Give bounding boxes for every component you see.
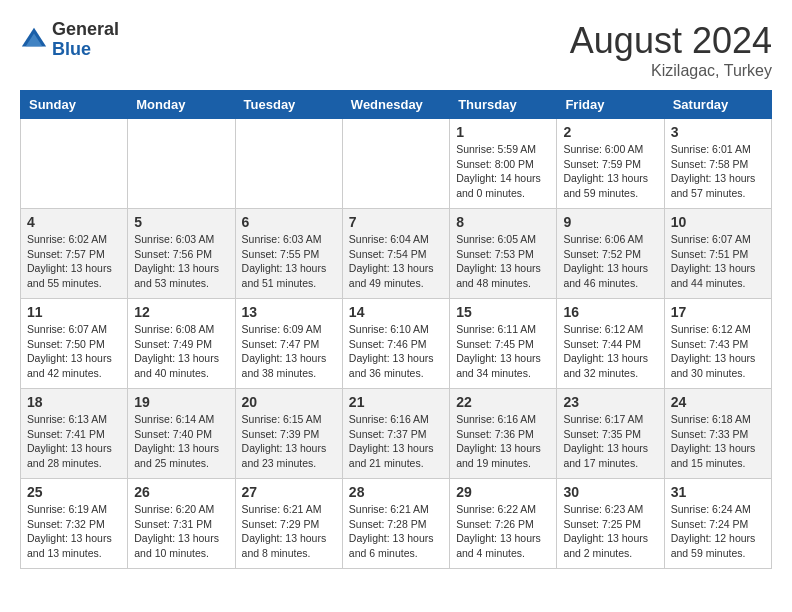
calendar-week-3: 11Sunrise: 6:07 AM Sunset: 7:50 PM Dayli… xyxy=(21,299,772,389)
calendar-day: 31Sunrise: 6:24 AM Sunset: 7:24 PM Dayli… xyxy=(664,479,771,569)
day-number: 10 xyxy=(671,214,765,230)
day-number: 16 xyxy=(563,304,657,320)
calendar-day: 12Sunrise: 6:08 AM Sunset: 7:49 PM Dayli… xyxy=(128,299,235,389)
col-friday: Friday xyxy=(557,91,664,119)
calendar-day xyxy=(128,119,235,209)
day-number: 18 xyxy=(27,394,121,410)
calendar: Sunday Monday Tuesday Wednesday Thursday… xyxy=(20,90,772,569)
calendar-day: 10Sunrise: 6:07 AM Sunset: 7:51 PM Dayli… xyxy=(664,209,771,299)
calendar-day: 26Sunrise: 6:20 AM Sunset: 7:31 PM Dayli… xyxy=(128,479,235,569)
day-number: 31 xyxy=(671,484,765,500)
day-number: 19 xyxy=(134,394,228,410)
calendar-day: 13Sunrise: 6:09 AM Sunset: 7:47 PM Dayli… xyxy=(235,299,342,389)
month-year: August 2024 xyxy=(570,20,772,62)
day-number: 9 xyxy=(563,214,657,230)
calendar-day: 6Sunrise: 6:03 AM Sunset: 7:55 PM Daylig… xyxy=(235,209,342,299)
day-info: Sunrise: 6:03 AM Sunset: 7:55 PM Dayligh… xyxy=(242,232,336,291)
day-number: 23 xyxy=(563,394,657,410)
calendar-week-4: 18Sunrise: 6:13 AM Sunset: 7:41 PM Dayli… xyxy=(21,389,772,479)
logo-icon xyxy=(20,26,48,54)
day-number: 1 xyxy=(456,124,550,140)
day-number: 24 xyxy=(671,394,765,410)
calendar-day: 8Sunrise: 6:05 AM Sunset: 7:53 PM Daylig… xyxy=(450,209,557,299)
calendar-day: 1Sunrise: 5:59 AM Sunset: 8:00 PM Daylig… xyxy=(450,119,557,209)
calendar-day: 14Sunrise: 6:10 AM Sunset: 7:46 PM Dayli… xyxy=(342,299,449,389)
day-info: Sunrise: 6:14 AM Sunset: 7:40 PM Dayligh… xyxy=(134,412,228,471)
day-info: Sunrise: 6:18 AM Sunset: 7:33 PM Dayligh… xyxy=(671,412,765,471)
day-info: Sunrise: 6:15 AM Sunset: 7:39 PM Dayligh… xyxy=(242,412,336,471)
col-tuesday: Tuesday xyxy=(235,91,342,119)
calendar-day: 15Sunrise: 6:11 AM Sunset: 7:45 PM Dayli… xyxy=(450,299,557,389)
day-info: Sunrise: 5:59 AM Sunset: 8:00 PM Dayligh… xyxy=(456,142,550,201)
day-info: Sunrise: 6:17 AM Sunset: 7:35 PM Dayligh… xyxy=(563,412,657,471)
day-info: Sunrise: 6:24 AM Sunset: 7:24 PM Dayligh… xyxy=(671,502,765,561)
calendar-week-1: 1Sunrise: 5:59 AM Sunset: 8:00 PM Daylig… xyxy=(21,119,772,209)
calendar-day: 17Sunrise: 6:12 AM Sunset: 7:43 PM Dayli… xyxy=(664,299,771,389)
day-info: Sunrise: 6:16 AM Sunset: 7:37 PM Dayligh… xyxy=(349,412,443,471)
calendar-day: 21Sunrise: 6:16 AM Sunset: 7:37 PM Dayli… xyxy=(342,389,449,479)
calendar-day: 2Sunrise: 6:00 AM Sunset: 7:59 PM Daylig… xyxy=(557,119,664,209)
calendar-day: 24Sunrise: 6:18 AM Sunset: 7:33 PM Dayli… xyxy=(664,389,771,479)
day-number: 11 xyxy=(27,304,121,320)
calendar-day xyxy=(21,119,128,209)
calendar-day: 27Sunrise: 6:21 AM Sunset: 7:29 PM Dayli… xyxy=(235,479,342,569)
day-info: Sunrise: 6:21 AM Sunset: 7:28 PM Dayligh… xyxy=(349,502,443,561)
calendar-day xyxy=(342,119,449,209)
col-sunday: Sunday xyxy=(21,91,128,119)
day-number: 26 xyxy=(134,484,228,500)
day-number: 29 xyxy=(456,484,550,500)
calendar-day: 29Sunrise: 6:22 AM Sunset: 7:26 PM Dayli… xyxy=(450,479,557,569)
day-number: 12 xyxy=(134,304,228,320)
calendar-day: 11Sunrise: 6:07 AM Sunset: 7:50 PM Dayli… xyxy=(21,299,128,389)
day-number: 6 xyxy=(242,214,336,230)
header: General Blue August 2024 Kizilagac, Turk… xyxy=(20,20,772,80)
day-number: 7 xyxy=(349,214,443,230)
calendar-day: 19Sunrise: 6:14 AM Sunset: 7:40 PM Dayli… xyxy=(128,389,235,479)
day-number: 15 xyxy=(456,304,550,320)
day-number: 21 xyxy=(349,394,443,410)
logo: General Blue xyxy=(20,20,119,60)
day-info: Sunrise: 6:13 AM Sunset: 7:41 PM Dayligh… xyxy=(27,412,121,471)
day-number: 25 xyxy=(27,484,121,500)
page-container: General Blue August 2024 Kizilagac, Turk… xyxy=(20,20,772,569)
day-number: 30 xyxy=(563,484,657,500)
logo-general: General xyxy=(52,20,119,40)
day-info: Sunrise: 6:21 AM Sunset: 7:29 PM Dayligh… xyxy=(242,502,336,561)
col-saturday: Saturday xyxy=(664,91,771,119)
logo-text: General Blue xyxy=(52,20,119,60)
calendar-day: 20Sunrise: 6:15 AM Sunset: 7:39 PM Dayli… xyxy=(235,389,342,479)
calendar-day: 7Sunrise: 6:04 AM Sunset: 7:54 PM Daylig… xyxy=(342,209,449,299)
calendar-day: 18Sunrise: 6:13 AM Sunset: 7:41 PM Dayli… xyxy=(21,389,128,479)
day-info: Sunrise: 6:03 AM Sunset: 7:56 PM Dayligh… xyxy=(134,232,228,291)
day-number: 2 xyxy=(563,124,657,140)
day-number: 8 xyxy=(456,214,550,230)
day-number: 28 xyxy=(349,484,443,500)
calendar-day: 16Sunrise: 6:12 AM Sunset: 7:44 PM Dayli… xyxy=(557,299,664,389)
day-number: 14 xyxy=(349,304,443,320)
day-info: Sunrise: 6:10 AM Sunset: 7:46 PM Dayligh… xyxy=(349,322,443,381)
day-info: Sunrise: 6:02 AM Sunset: 7:57 PM Dayligh… xyxy=(27,232,121,291)
day-info: Sunrise: 6:09 AM Sunset: 7:47 PM Dayligh… xyxy=(242,322,336,381)
day-info: Sunrise: 6:01 AM Sunset: 7:58 PM Dayligh… xyxy=(671,142,765,201)
calendar-week-5: 25Sunrise: 6:19 AM Sunset: 7:32 PM Dayli… xyxy=(21,479,772,569)
day-number: 27 xyxy=(242,484,336,500)
day-number: 4 xyxy=(27,214,121,230)
calendar-day: 23Sunrise: 6:17 AM Sunset: 7:35 PM Dayli… xyxy=(557,389,664,479)
day-info: Sunrise: 6:07 AM Sunset: 7:51 PM Dayligh… xyxy=(671,232,765,291)
day-number: 3 xyxy=(671,124,765,140)
day-info: Sunrise: 6:04 AM Sunset: 7:54 PM Dayligh… xyxy=(349,232,443,291)
day-info: Sunrise: 6:12 AM Sunset: 7:43 PM Dayligh… xyxy=(671,322,765,381)
col-thursday: Thursday xyxy=(450,91,557,119)
day-number: 13 xyxy=(242,304,336,320)
calendar-week-2: 4Sunrise: 6:02 AM Sunset: 7:57 PM Daylig… xyxy=(21,209,772,299)
day-info: Sunrise: 6:16 AM Sunset: 7:36 PM Dayligh… xyxy=(456,412,550,471)
calendar-day: 25Sunrise: 6:19 AM Sunset: 7:32 PM Dayli… xyxy=(21,479,128,569)
day-number: 22 xyxy=(456,394,550,410)
calendar-day: 9Sunrise: 6:06 AM Sunset: 7:52 PM Daylig… xyxy=(557,209,664,299)
title-block: August 2024 Kizilagac, Turkey xyxy=(570,20,772,80)
calendar-header-row: Sunday Monday Tuesday Wednesday Thursday… xyxy=(21,91,772,119)
calendar-day: 30Sunrise: 6:23 AM Sunset: 7:25 PM Dayli… xyxy=(557,479,664,569)
calendar-day xyxy=(235,119,342,209)
day-info: Sunrise: 6:11 AM Sunset: 7:45 PM Dayligh… xyxy=(456,322,550,381)
day-info: Sunrise: 6:23 AM Sunset: 7:25 PM Dayligh… xyxy=(563,502,657,561)
